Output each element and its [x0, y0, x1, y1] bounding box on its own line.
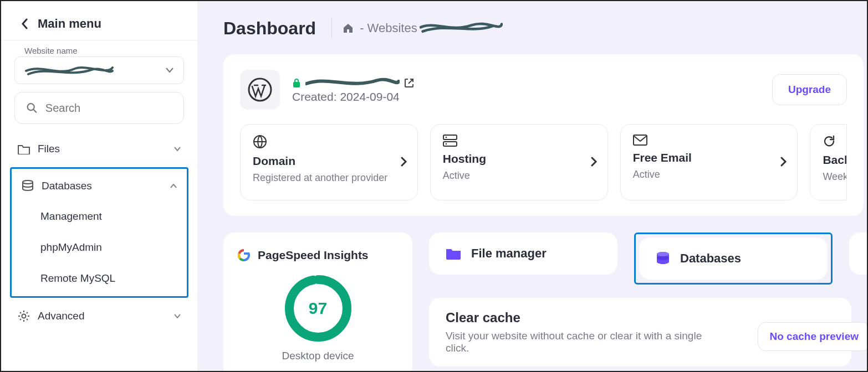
caret-down-icon — [166, 68, 173, 73]
external-link-icon[interactable] — [404, 78, 414, 88]
gear-icon — [18, 310, 30, 322]
caret-down-icon — [174, 314, 181, 319]
svg-rect-11 — [634, 135, 647, 145]
tile-title: Backups — [823, 153, 834, 167]
wordpress-icon — [240, 70, 280, 110]
tile-row: Domain Registered at another provider Ho… — [240, 124, 847, 200]
site-card: Created: 2024-09-04 Upgrade Domain Regis… — [223, 54, 864, 216]
redacted-breadcrumb — [420, 21, 508, 35]
svg-point-4 — [249, 79, 271, 101]
svg-point-3 — [22, 314, 26, 318]
site-url-row[interactable] — [292, 76, 414, 90]
search-box[interactable] — [14, 92, 184, 124]
pagespeed-caption: Desktop device — [237, 350, 399, 362]
home-icon — [342, 22, 354, 34]
main-menu-back[interactable]: Main menu — [1, 1, 197, 40]
svg-line-1 — [33, 110, 36, 112]
sidebar: Main menu Website name Files Databases — [1, 1, 198, 371]
files-label: Files — [38, 143, 60, 155]
svg-point-10 — [446, 143, 447, 145]
redacted-site-url — [305, 76, 400, 90]
breadcrumb[interactable]: - Websites — [342, 21, 508, 35]
tile-backups[interactable]: Backups Weekly — [810, 124, 847, 200]
caret-up-icon — [170, 184, 177, 189]
folder-fill-icon — [446, 247, 461, 260]
svg-rect-8 — [443, 142, 457, 146]
databases-label: Databases — [42, 180, 92, 192]
header: Dashboard - Websites — [223, 18, 867, 39]
tile-title: Domain — [253, 154, 405, 168]
quick-cut[interactable] — [849, 232, 867, 275]
pagespeed-donut: 97 — [282, 272, 354, 344]
pagespeed-card[interactable]: PageSpeed Insights 97 Desktop device — [223, 232, 412, 371]
subitem-management[interactable]: Management — [40, 201, 186, 232]
chevron-right-icon — [401, 157, 407, 167]
no-cache-preview-button[interactable]: No cache preview — [758, 322, 867, 351]
search-input[interactable] — [45, 102, 172, 115]
svg-point-15 — [657, 256, 669, 260]
refresh-icon — [823, 135, 836, 148]
chevron-right-icon — [780, 157, 787, 167]
tile-title: Hosting — [443, 152, 595, 166]
tile-subtitle: Registered at another provider — [253, 172, 405, 184]
server-icon — [443, 135, 457, 147]
cache-description: Visit your website without cache or clea… — [446, 330, 723, 354]
website-select[interactable] — [14, 56, 184, 84]
subitem-phpmyadmin[interactable]: phpMyAdmin — [40, 232, 186, 263]
subitem-remote-mysql[interactable]: Remote MySQL — [40, 263, 186, 294]
svg-rect-5 — [293, 82, 300, 87]
mail-icon — [633, 135, 647, 146]
pagespeed-score: 97 — [282, 272, 354, 344]
tile-title: Free Email — [633, 151, 785, 164]
quick-file-manager[interactable]: File manager — [429, 232, 617, 275]
quick-databases[interactable]: Databases — [639, 237, 828, 280]
svg-point-9 — [446, 137, 447, 138]
upgrade-button[interactable]: Upgrade — [772, 74, 847, 105]
globe-icon — [253, 135, 267, 149]
tile-hosting[interactable]: Hosting Active — [430, 124, 608, 200]
search-icon — [26, 101, 38, 115]
database-icon — [22, 180, 34, 192]
advanced-label: Advanced — [38, 310, 85, 322]
databases-quick-highlight: Databases — [634, 232, 833, 285]
chevron-right-icon — [591, 157, 598, 167]
lock-icon — [292, 78, 301, 88]
sidebar-item-advanced[interactable]: Advanced — [9, 301, 190, 331]
redacted-site-name — [25, 63, 114, 78]
sidebar-nav: Files Databases Management phpMyAdmin Re… — [1, 134, 197, 331]
main-content: Dashboard - Websites — [198, 1, 867, 371]
page-title: Dashboard — [223, 18, 316, 39]
divider — [331, 18, 332, 39]
sidebar-item-files[interactable]: Files — [9, 134, 190, 164]
folder-icon — [18, 143, 30, 154]
caret-down-icon — [174, 147, 181, 152]
tile-subtitle: Active — [443, 170, 595, 182]
pagespeed-title: PageSpeed Insights — [258, 249, 369, 262]
google-icon — [237, 248, 251, 262]
tile-subtitle: Weekly — [823, 171, 834, 183]
main-menu-label: Main menu — [38, 17, 101, 31]
tile-email[interactable]: Free Email Active — [620, 124, 798, 200]
svg-rect-7 — [443, 135, 457, 140]
chevron-left-icon — [21, 18, 29, 29]
databases-highlight: Databases Management phpMyAdmin Remote M… — [10, 167, 188, 298]
sidebar-item-databases[interactable]: Databases — [13, 171, 186, 201]
database-fill-icon — [656, 251, 670, 266]
quick-label: Databases — [680, 251, 741, 266]
quick-links: File manager Databases — [429, 232, 867, 285]
svg-point-16 — [657, 252, 669, 256]
clear-cache-card: Clear cache Visit your website without c… — [429, 298, 851, 366]
svg-point-2 — [23, 180, 33, 184]
tile-domain[interactable]: Domain Registered at another provider — [240, 124, 418, 200]
databases-subnav: Management phpMyAdmin Remote MySQL — [13, 201, 186, 294]
created-date: Created: 2024-09-04 — [292, 90, 414, 104]
tile-subtitle: Active — [633, 169, 785, 180]
quick-label: File manager — [471, 246, 547, 261]
breadcrumb-text: - Websites — [360, 21, 417, 35]
bottom-row: PageSpeed Insights 97 Desktop device — [223, 232, 867, 371]
website-name-label: Website name — [1, 40, 197, 55]
